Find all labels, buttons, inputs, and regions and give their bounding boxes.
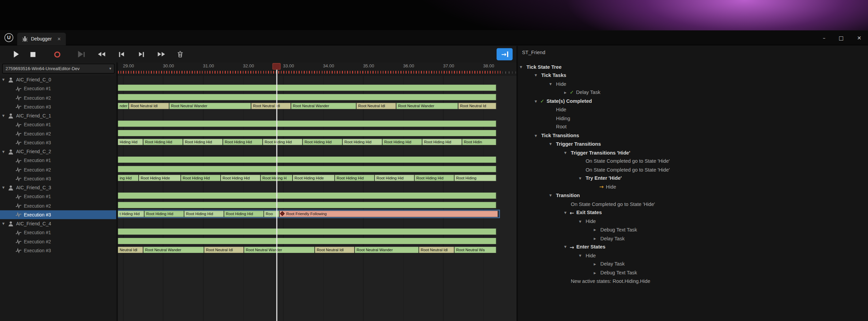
state-tree-row[interactable]: ▼Try Enter 'Hide' [518,174,868,182]
state-segment[interactable]: Root Hiding [455,175,497,181]
collapse-icon[interactable]: ▼ [579,254,584,257]
execution-row[interactable]: Execution #2 [0,165,116,174]
timeline-track[interactable]: nderRoot Neutral IdlRoot Neutral WanderR… [118,103,496,109]
execution-row[interactable]: Execution #3 [0,102,116,111]
state-tree-row[interactable]: New active states: Root.Hiding.Hide [518,277,868,286]
playhead-line[interactable] [276,70,277,321]
state-segment[interactable]: Root Hiding Hid [143,139,183,145]
state-bar[interactable] [118,130,496,136]
timeline-track[interactable] [118,229,496,235]
clear-recording-button[interactable] [173,48,187,61]
collapse-icon[interactable]: ▼ [564,211,570,214]
collapse-icon[interactable]: ▼ [535,74,540,77]
state-bar[interactable] [118,166,496,172]
state-tree-row[interactable]: On State Completed go to State 'Hide' [518,165,868,174]
collapse-icon[interactable]: ▼ [2,78,8,81]
execution-row[interactable]: Execution #1 [0,156,116,165]
state-segment[interactable]: Root Hiding Hid [184,211,224,217]
state-tree-row[interactable]: ▼Trigger Transitions [518,140,868,148]
state-tree-row[interactable]: ▼Hide [518,251,868,260]
state-segment[interactable]: Root Neutral Idl [315,247,355,253]
execution-row[interactable]: Execution #2 [0,129,116,138]
timeline-track[interactable] [118,85,496,91]
state-segment[interactable]: Root Hiding Hid [343,139,382,145]
state-tree-row[interactable]: ▼Transition [518,191,868,200]
unreal-logo[interactable]: U [4,33,13,42]
state-segment[interactable]: Root Hiding Hid [144,211,184,217]
state-segment[interactable]: Root Neutral Wa [455,247,497,253]
state-tree-row[interactable]: ▼←Exit States [518,208,868,217]
timeline-track[interactable] [118,94,496,100]
expand-icon[interactable]: ▶ [594,228,599,231]
state-segment[interactable]: Root Hiding Hid [382,139,422,145]
state-tree-row[interactable]: Hide [518,106,868,114]
collapse-icon[interactable]: ▼ [2,186,8,189]
state-segment[interactable]: Hiding Hid [118,139,143,145]
expand-icon[interactable]: ▶ [594,262,599,266]
state-bar[interactable] [118,202,496,208]
collapse-icon[interactable]: ▼ [2,150,8,154]
state-tree-row[interactable]: On State Completed go to State 'Hide' [518,157,868,165]
collapse-icon[interactable]: ▼ [2,114,8,117]
session-dropdown[interactable]: 2759693516-Win64-UnrealEditor-Dev ▾ [2,64,115,74]
jump-to-latest-button[interactable]: → [496,48,512,60]
state-segment[interactable]: Root Hiding Hid [181,175,221,181]
state-tree-row[interactable]: ▼Tick State Tree [518,63,868,71]
state-tree-row[interactable]: ▶✓Delay Task [518,88,868,97]
collapse-icon[interactable]: ▼ [549,82,555,86]
state-bar[interactable] [118,157,496,163]
state-segment[interactable]: Root Hiding Hid [224,211,264,217]
state-segment[interactable]: Root Neutral Idl [204,247,244,253]
restore-button[interactable]: □ [839,35,844,41]
execution-row[interactable]: Execution #2 [0,93,116,102]
previous-frame-button[interactable] [114,48,128,61]
collapse-icon[interactable]: ▼ [535,134,540,137]
state-bar[interactable] [118,229,496,235]
next-frame-button[interactable] [134,48,148,61]
execution-row[interactable]: Execution #3 [0,138,116,147]
instance-row[interactable]: ▼AIC_Friend_C_1 [0,111,116,120]
state-segment[interactable]: Root Hiding Hid [223,139,263,145]
scrub-marker[interactable] [272,63,281,70]
state-segment[interactable]: Root Neutral Wander [244,247,315,253]
state-segment[interactable]: Root Neutral Idl [357,103,396,109]
state-segment[interactable]: Root Neutral Wander [291,103,357,109]
execution-row[interactable]: Execution #2 [0,201,116,210]
state-bar[interactable] [118,238,496,244]
state-segment[interactable]: Root Neutral Idl [251,103,291,109]
first-frame-button[interactable] [94,48,108,61]
state-tree-row[interactable]: ▼→Enter States [518,243,868,251]
execution-row[interactable]: Execution #2 [0,237,116,246]
state-tree-row[interactable]: ▼Trigger Transitions 'Hide' [518,148,868,157]
timeline-ruler[interactable]: 29.0030.0031.0032.0033.0034.0035.0036.00… [118,63,517,76]
collapse-icon[interactable]: ▼ [535,99,540,103]
state-segment[interactable]: t Hiding Hid [118,211,144,217]
expand-icon[interactable]: ▶ [564,91,570,94]
close-button[interactable]: ✕ [857,35,862,41]
tab-debugger[interactable]: Debugger ✕ [17,32,66,45]
state-bar[interactable] [118,193,496,199]
timeline-track[interactable] [118,157,496,163]
state-bar[interactable] [118,121,496,127]
state-segment[interactable]: Root Neutral Idl [129,103,170,109]
state-tree-row[interactable]: On State Completed go to State 'Hide' [518,200,868,208]
state-tree-row[interactable]: Root [518,123,868,131]
instance-row[interactable]: ▼AIC_Friend_C_3 [0,183,116,192]
state-segment[interactable]: Roo [264,211,280,217]
expand-icon[interactable]: ▶ [594,271,599,274]
state-tree-row[interactable]: →Hide [518,182,868,191]
state-tree-row[interactable]: ▶Debug Text Task [518,268,868,277]
execution-row[interactable]: Execution #1 [0,120,116,129]
state-segment[interactable]: Root Hiding Hid [415,175,455,181]
timeline-track[interactable] [118,166,496,172]
instance-row[interactable]: ▼AIC_Friend_C_4 [0,219,116,228]
state-segment[interactable]: Root Hiding Hid [335,175,375,181]
state-segment[interactable]: Root Hiding Hid [375,175,415,181]
state-bar[interactable] [118,85,496,91]
state-segment[interactable]: Root Neutral Wander [169,103,251,109]
timeline-track[interactable]: Hiding HidRoot Hiding HidRoot Hiding Hid… [118,139,496,145]
state-segment[interactable]: Root Hiding Hid [183,139,223,145]
collapse-icon[interactable]: ▼ [564,151,570,154]
execution-row[interactable]: Execution #3 [0,210,116,219]
state-segment[interactable]: Root Neutral Id [458,103,496,109]
